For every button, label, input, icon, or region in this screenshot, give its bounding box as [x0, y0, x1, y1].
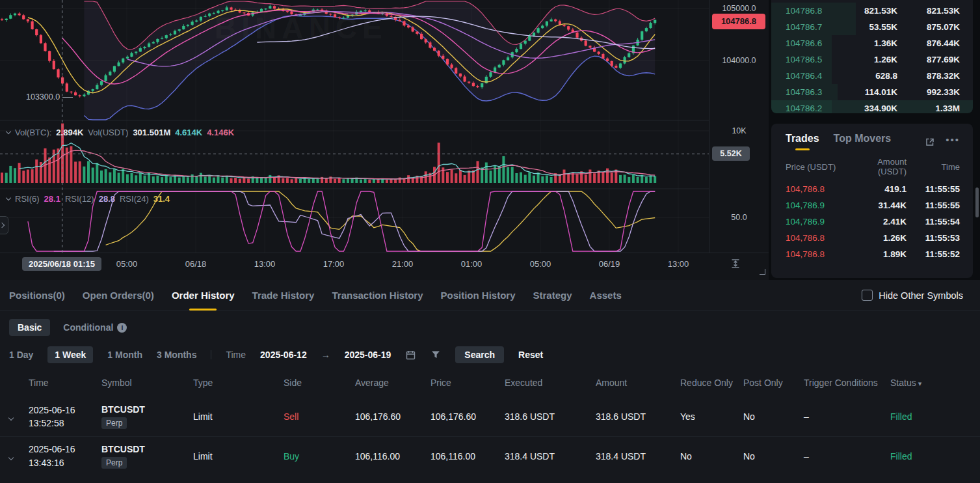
trade-row[interactable]: 104,786.81.26K11:55:53: [786, 230, 960, 246]
divider: [211, 350, 211, 359]
time-tick: 21:00: [392, 259, 414, 269]
tab-trades[interactable]: Trades: [786, 133, 819, 150]
range-1-week[interactable]: 1 Week: [47, 346, 93, 363]
order-book-row[interactable]: 104786.61.36K876.44K: [771, 35, 973, 51]
order-book-row[interactable]: 104786.8821.53K821.53K: [771, 3, 973, 19]
trade-row[interactable]: 104,786.931.44K11:55:55: [786, 197, 960, 214]
scrollbar-thumb[interactable]: [975, 187, 979, 217]
vol-usdt-value: 301.501M: [133, 128, 170, 137]
crosshair-time-badge: 2025/06/18 01:15: [22, 257, 101, 271]
price-chart[interactable]: [0, 0, 709, 253]
tab-open-orders[interactable]: Open Orders(0): [83, 280, 154, 310]
order-mode-row: Basic Conditional i: [0, 311, 980, 336]
orders-section: Positions(0) Open Orders(0) Order Histor…: [0, 280, 980, 483]
rsi24-value: 31.4: [153, 194, 170, 204]
expand-row-icon[interactable]: [8, 454, 14, 460]
order-book: 104786.8821.53K821.53K 104786.753.55K875…: [771, 0, 973, 113]
status-badge: Filled: [890, 451, 980, 462]
filter-funnel-icon[interactable]: [430, 350, 441, 360]
time-tick: 06/18: [185, 259, 207, 269]
perp-badge: Perp: [101, 457, 127, 469]
crosshair-vol-badge: 5.52K: [712, 146, 750, 161]
time-tick: 17:00: [323, 259, 345, 269]
export-icon[interactable]: [925, 137, 935, 147]
axis-fit-icon[interactable]: [730, 258, 741, 272]
axis-price-105000: 105000.0: [709, 4, 769, 13]
perp-badge: Perp: [101, 417, 127, 429]
range-1-day[interactable]: 1 Day: [9, 350, 33, 360]
vol-ma10-value: 4.146K: [207, 128, 234, 137]
order-book-row[interactable]: 104786.753.55K875.07K: [771, 19, 973, 35]
tab-transaction-history[interactable]: Transaction History: [332, 280, 423, 310]
status-filter[interactable]: Status▾: [890, 377, 980, 389]
range-3-months[interactable]: 3 Months: [157, 350, 196, 360]
axis-price-104000: 104000.0: [709, 56, 769, 65]
expand-row-icon[interactable]: [8, 415, 14, 421]
order-book-row[interactable]: 104786.2334.90K1.33M: [771, 100, 973, 113]
time-filter-label: Time: [226, 350, 246, 360]
order-book-row[interactable]: 104786.51.26K877.69K: [771, 51, 973, 68]
info-icon[interactable]: i: [117, 323, 127, 333]
collapse-volume-icon[interactable]: [6, 129, 11, 134]
col-price: Price (USDT): [786, 162, 847, 172]
tab-strategy[interactable]: Strategy: [533, 280, 572, 310]
date-to-field[interactable]: 2025-06-19: [345, 350, 391, 360]
col-time: Time: [907, 162, 960, 172]
last-price-badge: 104786.8: [712, 14, 765, 29]
order-book-row[interactable]: 104786.4628.8878.32K: [771, 68, 973, 84]
side-cell: Buy: [284, 451, 355, 462]
trades-panel: Trades Top Movers ••• Price (USDT) Amoun…: [771, 124, 973, 278]
hide-other-symbols-label: Hide Other Symbols: [879, 290, 963, 301]
vol-btc-value: 2.894K: [56, 128, 83, 137]
order-row: 2025-06-1613:43:16 BTCUSDTPerp Limit Buy…: [0, 436, 980, 475]
trades-list: 104,786.8419.111:55:55 104,786.931.44K11…: [786, 181, 960, 262]
vol-btc-label: Vol(BTC):: [15, 128, 51, 137]
hide-other-symbols-checkbox[interactable]: [862, 290, 873, 301]
side-cell: Sell: [284, 411, 355, 422]
collapse-rsi-icon[interactable]: [6, 195, 11, 200]
tab-position-history[interactable]: Position History: [441, 280, 516, 310]
rsi24-label: RSI(24): [120, 194, 149, 204]
time-tick: 05:00: [530, 259, 551, 269]
status-badge: Filled: [890, 411, 980, 422]
reset-button[interactable]: Reset: [518, 350, 543, 360]
tab-positions[interactable]: Positions(0): [9, 280, 65, 310]
rsi12-value: 28.8: [99, 194, 115, 204]
trade-row[interactable]: 104,786.8419.111:55:55: [786, 181, 960, 197]
calendar-icon[interactable]: [405, 350, 416, 361]
tab-assets[interactable]: Assets: [590, 280, 622, 310]
time-axis[interactable]: 2025/06/18 01:15 05:00 06/18 13:00 17:00…: [0, 253, 769, 280]
chart-panel: BINANCE 105000.0 104786.8 104000.0 10K 5…: [0, 0, 769, 280]
search-button[interactable]: Search: [455, 346, 504, 363]
time-tick: 13:00: [254, 259, 276, 269]
history-filter-row: 1 Day 1 Week 1 Month 3 Months Time 2025-…: [0, 336, 980, 363]
vol-usdt-label: Vol(USDT): [88, 128, 128, 137]
orders-tabs: Positions(0) Open Orders(0) Order Histor…: [0, 280, 980, 311]
mode-conditional-button[interactable]: Conditional i: [63, 322, 127, 333]
tab-trade-history[interactable]: Trade History: [252, 280, 315, 310]
range-1-month[interactable]: 1 Month: [107, 350, 142, 360]
time-tick: 01:00: [461, 259, 483, 269]
order-book-row[interactable]: 104786.3114.01K992.33K: [771, 84, 973, 100]
volume-legend: Vol(BTC): 2.894K Vol(USDT) 301.501M 4.61…: [7, 128, 234, 137]
panel-expand-handle[interactable]: [0, 216, 8, 234]
axis-rsi-50: 50.0: [709, 213, 769, 222]
chevron-right-icon: [0, 223, 5, 228]
trade-row[interactable]: 104,786.92.41K11:55:54: [786, 214, 960, 230]
mode-basic-button[interactable]: Basic: [9, 319, 50, 336]
rsi-legend: RSI(6) 28.1 RSI(12) 28.8 RSI(24) 31.4: [7, 194, 170, 204]
trade-row[interactable]: 104,786.81.89K11:55:52: [786, 246, 960, 262]
tab-top-movers[interactable]: Top Movers: [834, 133, 892, 150]
time-tick: 05:00: [116, 259, 138, 269]
date-from-field[interactable]: 2025-06-12: [260, 350, 307, 360]
trades-tabs: Trades Top Movers •••: [786, 133, 960, 150]
axis-vol-10k: 10K: [709, 126, 769, 135]
vol-ma5-value: 4.614K: [175, 128, 202, 137]
rsi12-label: RSI(12): [65, 194, 94, 204]
time-tick: 13:00: [668, 259, 689, 269]
tab-order-history[interactable]: Order History: [172, 280, 235, 310]
more-options-icon[interactable]: •••: [946, 137, 960, 147]
marker-tick: [62, 97, 73, 98]
resize-corner[interactable]: [760, 269, 765, 275]
price-axis[interactable]: 105000.0 104786.8 104000.0 10K 5.52K 50.…: [709, 0, 769, 253]
